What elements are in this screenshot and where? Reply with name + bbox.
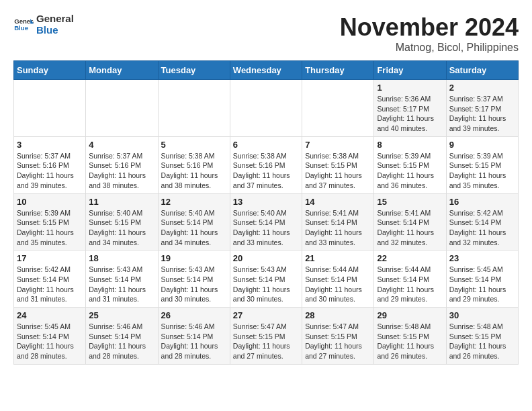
cell-info: Sunrise: 5:40 AM Sunset: 5:14 PM Dayligh… <box>161 208 227 248</box>
cell-info: Sunrise: 5:44 AM Sunset: 5:14 PM Dayligh… <box>377 265 443 304</box>
day-number: 22 <box>377 253 443 263</box>
cell-info: Sunrise: 5:47 AM Sunset: 5:15 PM Dayligh… <box>305 322 371 361</box>
calendar-cell: 19Sunrise: 5:43 AM Sunset: 5:14 PM Dayli… <box>158 250 230 308</box>
logo-icon: General Blue <box>13 15 34 35</box>
calendar-cell <box>230 80 302 137</box>
cell-info: Sunrise: 5:40 AM Sunset: 5:14 PM Dayligh… <box>233 208 299 248</box>
calendar-cell: 16Sunrise: 5:42 AM Sunset: 5:14 PM Dayli… <box>446 193 518 250</box>
cell-info: Sunrise: 5:39 AM Sunset: 5:15 PM Dayligh… <box>17 208 83 248</box>
weekday-header-wednesday: Wednesday <box>230 61 302 80</box>
calendar-cell <box>302 80 374 137</box>
calendar-cell: 30Sunrise: 5:48 AM Sunset: 5:15 PM Dayli… <box>446 308 518 365</box>
calendar-cell: 4Sunrise: 5:37 AM Sunset: 5:16 PM Daylig… <box>86 136 158 193</box>
calendar-cell: 22Sunrise: 5:44 AM Sunset: 5:14 PM Dayli… <box>374 250 446 308</box>
weekday-header-tuesday: Tuesday <box>158 61 230 80</box>
calendar-cell: 29Sunrise: 5:48 AM Sunset: 5:15 PM Dayli… <box>374 308 446 365</box>
calendar-cell: 10Sunrise: 5:39 AM Sunset: 5:15 PM Dayli… <box>14 193 86 250</box>
calendar-cell: 14Sunrise: 5:41 AM Sunset: 5:14 PM Dayli… <box>302 193 374 250</box>
cell-info: Sunrise: 5:48 AM Sunset: 5:15 PM Dayligh… <box>377 322 443 361</box>
day-number: 7 <box>305 140 371 150</box>
title-area: November 2024 Matnog, Bicol, Philippines <box>340 13 519 54</box>
cell-info: Sunrise: 5:37 AM Sunset: 5:16 PM Dayligh… <box>89 151 154 191</box>
day-number: 29 <box>377 310 443 320</box>
logo: General Blue General Blue <box>13 13 74 36</box>
calendar-cell: 7Sunrise: 5:38 AM Sunset: 5:15 PM Daylig… <box>302 136 374 193</box>
day-number: 28 <box>305 310 371 320</box>
calendar-cell: 5Sunrise: 5:38 AM Sunset: 5:16 PM Daylig… <box>158 136 230 193</box>
cell-info: Sunrise: 5:46 AM Sunset: 5:14 PM Dayligh… <box>89 322 154 361</box>
cell-info: Sunrise: 5:42 AM Sunset: 5:14 PM Dayligh… <box>17 265 83 304</box>
calendar-cell: 9Sunrise: 5:39 AM Sunset: 5:15 PM Daylig… <box>446 136 518 193</box>
cell-info: Sunrise: 5:46 AM Sunset: 5:14 PM Dayligh… <box>161 322 227 361</box>
cell-info: Sunrise: 5:38 AM Sunset: 5:16 PM Dayligh… <box>233 151 299 191</box>
location: Matnog, Bicol, Philippines <box>340 42 519 54</box>
calendar-cell: 26Sunrise: 5:46 AM Sunset: 5:14 PM Dayli… <box>158 308 230 365</box>
day-number: 2 <box>449 83 515 93</box>
calendar-week-1: 1Sunrise: 5:36 AM Sunset: 5:17 PM Daylig… <box>14 80 519 137</box>
calendar-cell: 15Sunrise: 5:41 AM Sunset: 5:14 PM Dayli… <box>374 193 446 250</box>
cell-info: Sunrise: 5:43 AM Sunset: 5:14 PM Dayligh… <box>89 265 154 304</box>
cell-info: Sunrise: 5:42 AM Sunset: 5:14 PM Dayligh… <box>449 208 515 248</box>
day-number: 19 <box>161 253 227 263</box>
calendar-cell: 25Sunrise: 5:46 AM Sunset: 5:14 PM Dayli… <box>86 308 158 365</box>
calendar-week-3: 10Sunrise: 5:39 AM Sunset: 5:15 PM Dayli… <box>14 193 519 250</box>
day-number: 3 <box>17 140 83 150</box>
day-number: 6 <box>233 140 299 150</box>
calendar-cell: 13Sunrise: 5:40 AM Sunset: 5:14 PM Dayli… <box>230 193 302 250</box>
weekday-header-thursday: Thursday <box>302 61 374 80</box>
cell-info: Sunrise: 5:38 AM Sunset: 5:15 PM Dayligh… <box>305 151 371 191</box>
day-number: 17 <box>17 253 83 263</box>
cell-info: Sunrise: 5:45 AM Sunset: 5:14 PM Dayligh… <box>449 265 515 304</box>
calendar-cell: 21Sunrise: 5:44 AM Sunset: 5:14 PM Dayli… <box>302 250 374 308</box>
weekday-header-sunday: Sunday <box>14 61 86 80</box>
day-number: 18 <box>89 253 154 263</box>
calendar-cell: 3Sunrise: 5:37 AM Sunset: 5:16 PM Daylig… <box>14 136 86 193</box>
cell-info: Sunrise: 5:39 AM Sunset: 5:15 PM Dayligh… <box>449 151 515 191</box>
day-number: 21 <box>305 253 371 263</box>
day-number: 12 <box>161 197 227 207</box>
cell-info: Sunrise: 5:47 AM Sunset: 5:15 PM Dayligh… <box>233 322 299 361</box>
day-number: 26 <box>161 310 227 320</box>
cell-info: Sunrise: 5:40 AM Sunset: 5:15 PM Dayligh… <box>89 208 154 248</box>
calendar-cell: 8Sunrise: 5:39 AM Sunset: 5:15 PM Daylig… <box>374 136 446 193</box>
calendar-cell: 23Sunrise: 5:45 AM Sunset: 5:14 PM Dayli… <box>446 250 518 308</box>
day-number: 24 <box>17 310 83 320</box>
calendar-cell: 11Sunrise: 5:40 AM Sunset: 5:15 PM Dayli… <box>86 193 158 250</box>
calendar-cell <box>14 80 86 137</box>
cell-info: Sunrise: 5:37 AM Sunset: 5:16 PM Dayligh… <box>17 151 83 191</box>
calendar-header: SundayMondayTuesdayWednesdayThursdayFrid… <box>14 61 519 80</box>
day-number: 15 <box>377 197 443 207</box>
calendar-week-5: 24Sunrise: 5:45 AM Sunset: 5:14 PM Dayli… <box>14 308 519 365</box>
cell-info: Sunrise: 5:36 AM Sunset: 5:17 PM Dayligh… <box>377 94 443 134</box>
calendar-cell: 20Sunrise: 5:43 AM Sunset: 5:14 PM Dayli… <box>230 250 302 308</box>
month-year: November 2024 <box>340 13 519 42</box>
day-number: 1 <box>377 83 443 93</box>
calendar-week-2: 3Sunrise: 5:37 AM Sunset: 5:16 PM Daylig… <box>14 136 519 193</box>
cell-info: Sunrise: 5:43 AM Sunset: 5:14 PM Dayligh… <box>233 265 299 304</box>
svg-text:Blue: Blue <box>14 24 28 31</box>
cell-info: Sunrise: 5:41 AM Sunset: 5:14 PM Dayligh… <box>377 208 443 248</box>
calendar-cell: 6Sunrise: 5:38 AM Sunset: 5:16 PM Daylig… <box>230 136 302 193</box>
weekday-header-saturday: Saturday <box>446 61 518 80</box>
cell-info: Sunrise: 5:48 AM Sunset: 5:15 PM Dayligh… <box>449 322 515 361</box>
day-number: 30 <box>449 310 515 320</box>
day-number: 14 <box>305 197 371 207</box>
cell-info: Sunrise: 5:44 AM Sunset: 5:14 PM Dayligh… <box>305 265 371 304</box>
day-number: 20 <box>233 253 299 263</box>
cell-info: Sunrise: 5:37 AM Sunset: 5:17 PM Dayligh… <box>449 94 515 134</box>
calendar-cell: 12Sunrise: 5:40 AM Sunset: 5:14 PM Dayli… <box>158 193 230 250</box>
day-number: 4 <box>89 140 154 150</box>
calendar-cell: 17Sunrise: 5:42 AM Sunset: 5:14 PM Dayli… <box>14 250 86 308</box>
day-number: 27 <box>233 310 299 320</box>
weekday-header-monday: Monday <box>86 61 158 80</box>
calendar-cell: 2Sunrise: 5:37 AM Sunset: 5:17 PM Daylig… <box>446 80 518 137</box>
calendar-cell <box>158 80 230 137</box>
day-number: 10 <box>17 197 83 207</box>
cell-info: Sunrise: 5:43 AM Sunset: 5:14 PM Dayligh… <box>161 265 227 304</box>
day-number: 25 <box>89 310 154 320</box>
cell-info: Sunrise: 5:45 AM Sunset: 5:14 PM Dayligh… <box>17 322 83 361</box>
day-number: 8 <box>377 140 443 150</box>
cell-info: Sunrise: 5:41 AM Sunset: 5:14 PM Dayligh… <box>305 208 371 248</box>
calendar-cell: 24Sunrise: 5:45 AM Sunset: 5:14 PM Dayli… <box>14 308 86 365</box>
calendar-body: 1Sunrise: 5:36 AM Sunset: 5:17 PM Daylig… <box>14 80 519 365</box>
